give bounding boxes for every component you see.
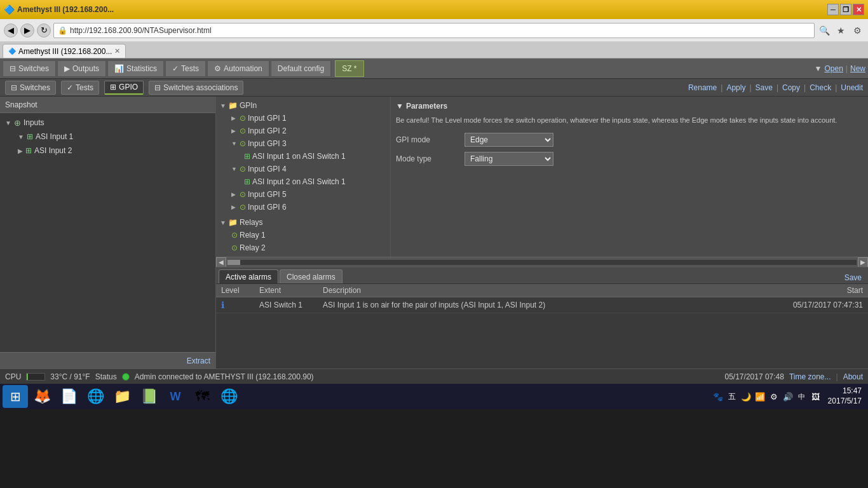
gpi2-label: Input GPI 2 (248, 126, 287, 135)
tray-image-icon[interactable]: 🖼 (810, 391, 822, 402)
gpio-gpi2[interactable]: ▶ ⊙ Input GPI 2 (216, 125, 390, 137)
gpio-gpi1[interactable]: ▶ ⊙ Input GPI 1 (216, 112, 390, 125)
refresh-button[interactable]: ↻ (37, 24, 51, 37)
sub-div3: | (776, 83, 778, 92)
minimize-button[interactable]: ─ (827, 4, 839, 15)
taskbar-app-files[interactable]: 📁 (109, 385, 135, 408)
gpio-asi1-switch1[interactable]: ⊞ ASI Input 1 on ASI Switch 1 (216, 150, 390, 163)
tray-input-icon[interactable]: 五 (726, 391, 738, 402)
admin-message: Admin connected to AMETHYST III (192.168… (135, 372, 314, 381)
gpi-mode-select[interactable]: Level Edge (465, 133, 553, 147)
open-link[interactable]: Open (825, 64, 843, 73)
extract-button[interactable]: Extract (0, 352, 215, 369)
alarm-table-header: Level Extent Description Start (216, 284, 868, 297)
subtab-gpio[interactable]: ⊞ GPIO (104, 81, 144, 95)
taskbar-app-firefox[interactable]: 🦊 (29, 385, 55, 408)
taskbar-app-ie[interactable]: 🌐 (216, 385, 241, 408)
tray-moon-icon[interactable]: 🌙 (740, 391, 752, 402)
tab-outputs[interactable]: ▶ Outputs (57, 60, 106, 77)
subtab-switches-assoc[interactable]: ⊟ Switches associations (149, 81, 243, 95)
tab-close-button[interactable]: ✕ (114, 47, 120, 55)
gpi1-expand-icon: ▶ (231, 115, 238, 121)
mode-type-select[interactable]: Rising Falling Both (465, 152, 553, 166)
tree-asi-input-1[interactable]: ▼ ⊞ ASI Input 1 (0, 130, 215, 144)
subtab-tests[interactable]: ✓ Tests (61, 81, 99, 95)
tray-settings-icon[interactable]: ⚙ (768, 391, 780, 402)
tab-switches[interactable]: ⊟ Switches (3, 60, 56, 77)
tab-tests[interactable]: ✓ Tests (165, 60, 206, 77)
tab-default-config[interactable]: Default config (271, 60, 331, 77)
gpio-content: ▼ 📁 GPIn ▶ ⊙ Input GPI 1 ▶ ⊙ Input GPI 2 (216, 97, 868, 257)
back-button[interactable]: ◀ (4, 24, 18, 37)
start-button[interactable]: ⊞ (3, 385, 28, 408)
cpu-fill (27, 374, 27, 380)
params-collapse-icon[interactable]: ▼ (396, 102, 403, 111)
about-link[interactable]: About (843, 372, 863, 381)
gpio-relays-folder[interactable]: ▼ 📁 Relays (216, 216, 390, 229)
forward-button[interactable]: ▶ (20, 24, 34, 37)
taskbar-app-chrome[interactable]: 🌐 (83, 385, 108, 408)
address-bar[interactable]: 🔒 http://192.168.200.90/NTASupervisor.ht… (53, 23, 815, 38)
settings-icon[interactable]: ⚙ (850, 24, 864, 37)
url-text: http://192.168.200.90/NTASupervisor.html (70, 26, 212, 35)
scroll-thumb[interactable] (227, 260, 240, 265)
gpio-asi2-switch1[interactable]: ⊞ ASI Input 2 on ASI Switch 1 (216, 175, 390, 188)
gpio-relay1[interactable]: ⊙ Relay 1 (216, 229, 390, 241)
taskbar-app-maps[interactable]: 🗺 (189, 385, 215, 408)
alarm-row[interactable]: ℹ ASI Switch 1 ASI Input 1 is on air for… (216, 297, 868, 313)
alarm-tab-closed[interactable]: Closed alarms (280, 269, 342, 283)
mode-type-row: Mode type Rising Falling Both (396, 152, 863, 166)
check-link[interactable]: Check (810, 83, 831, 92)
gpi5-label: Input GPI 5 (248, 190, 287, 199)
browser-tab-amethyst[interactable]: 🔷 Amethyst III (192.168.200... ✕ (3, 44, 126, 58)
scroll-left-button[interactable]: ◀ (216, 257, 226, 268)
col-start: Start (774, 286, 863, 295)
gpi-mode-label: GPI mode (396, 135, 459, 144)
gpin-label: GPIn (240, 101, 257, 110)
alarm-tab-active[interactable]: Active alarms (219, 269, 278, 283)
taskbar-app-pdf[interactable]: 📄 (56, 385, 81, 408)
gpio-gpi5[interactable]: ▶ ⊙ Input GPI 5 (216, 188, 390, 201)
new-link[interactable]: New (850, 64, 865, 73)
scroll-right-button[interactable]: ▶ (858, 257, 868, 268)
cpu-bar (26, 373, 45, 381)
copy-link[interactable]: Copy (782, 83, 800, 92)
right-panel: ▼ 📁 GPIn ▶ ⊙ Input GPI 1 ▶ ⊙ Input GPI 2 (216, 97, 868, 369)
gpio-relay2[interactable]: ⊙ Relay 2 (216, 241, 390, 254)
tree-asi-input-2[interactable]: ▶ ⊞ ASI Input 2 (0, 144, 215, 158)
cpu-label: CPU (5, 372, 21, 381)
alarm-description: ASI Input 1 is on air for the pair of in… (323, 301, 774, 309)
restore-button[interactable]: ❐ (840, 4, 851, 15)
tab-sz[interactable]: SZ * (335, 60, 363, 77)
tray-network-icon[interactable]: 📶 (754, 391, 766, 402)
horizontal-scrollbar[interactable]: ◀ ▶ (216, 257, 868, 267)
scroll-track[interactable] (227, 260, 857, 265)
taskbar-app-excel[interactable]: 📗 (136, 385, 161, 408)
gpi2-icon: ⊙ (240, 126, 246, 135)
tab-statistics[interactable]: 📊 Statistics (107, 60, 164, 77)
tray-keyboard-icon[interactable]: 中 (796, 391, 808, 402)
taskbar-app-word[interactable]: W (163, 385, 188, 408)
star-icon[interactable]: ★ (834, 24, 848, 37)
titlebar-controls: ─ ❐ ✕ (827, 4, 864, 15)
tray-sound-icon[interactable]: 🔊 (782, 391, 794, 402)
tray-chevron-icon[interactable]: 🐾 (712, 391, 724, 402)
tree-inputs-root[interactable]: ▼ ⊕ Inputs (0, 116, 215, 130)
relays-label: Relays (240, 218, 263, 227)
apply-link[interactable]: Apply (726, 83, 745, 92)
gpio-gpin-folder[interactable]: ▼ 📁 GPIn (216, 99, 390, 112)
gpio-gpi4[interactable]: ▼ ⊙ Input GPI 4 (216, 163, 390, 175)
inputs-icon: ⊕ (14, 118, 21, 128)
alarm-save-button[interactable]: Save (841, 272, 865, 283)
unedit-link[interactable]: Unedit (841, 83, 863, 92)
snapshot-tab[interactable]: Snapshot (0, 97, 215, 113)
timezone-link[interactable]: Time zone... (789, 372, 831, 381)
subtab-switches[interactable]: ⊟ Switches (5, 81, 56, 95)
gpio-gpi6[interactable]: ▶ ⊙ Input GPI 6 (216, 201, 390, 214)
rename-link[interactable]: Rename (688, 83, 717, 92)
save-link[interactable]: Save (756, 83, 773, 92)
close-button[interactable]: ✕ (853, 4, 864, 15)
tab-automation[interactable]: ⚙ Automation (207, 60, 269, 77)
search-icon[interactable]: 🔍 (817, 24, 831, 37)
gpio-gpi3[interactable]: ▼ ⊙ Input GPI 3 (216, 137, 390, 150)
